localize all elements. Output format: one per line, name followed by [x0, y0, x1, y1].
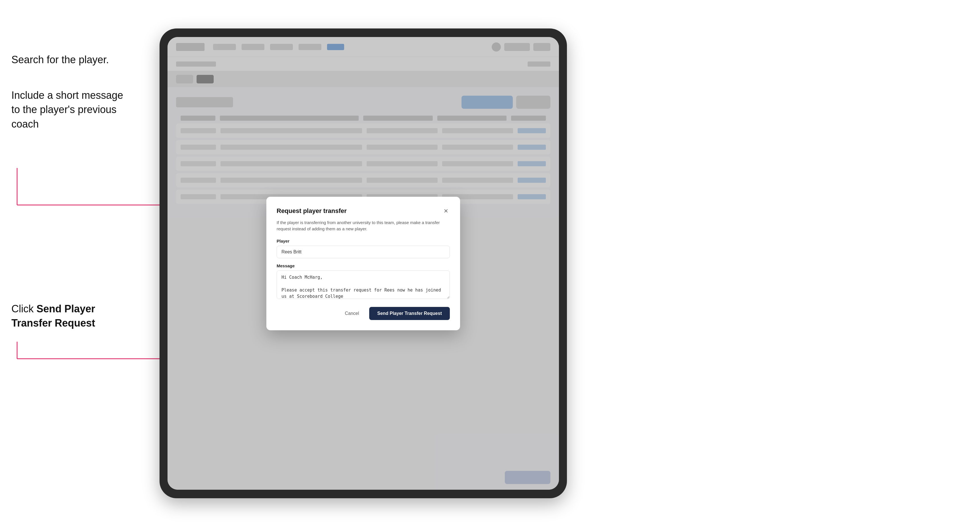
annotation-message-text: Include a short messageto the player's p…: [11, 88, 131, 131]
message-textarea[interactable]: Hi Coach McHarg, Please accept this tran…: [277, 270, 450, 299]
message-field-label: Message: [277, 264, 450, 268]
modal-header: Request player transfer ✕: [277, 207, 450, 215]
annotation-click-text: Click Send PlayerTransfer Request: [11, 302, 131, 330]
modal-close-button[interactable]: ✕: [442, 207, 450, 215]
player-input[interactable]: [277, 246, 450, 258]
annotation-search-text: Search for the player.: [11, 53, 109, 67]
modal-overlay: Request player transfer ✕ If the player …: [167, 37, 559, 490]
cancel-button[interactable]: Cancel: [339, 308, 365, 319]
modal-description: If the player is transferring from anoth…: [277, 219, 450, 232]
player-field-label: Player: [277, 238, 450, 243]
modal-footer: Cancel Send Player Transfer Request: [277, 307, 450, 320]
modal-title: Request player transfer: [277, 207, 347, 215]
tablet-device: Request player transfer ✕ If the player …: [159, 29, 567, 498]
send-transfer-request-button[interactable]: Send Player Transfer Request: [369, 307, 450, 320]
modal-dialog: Request player transfer ✕ If the player …: [266, 197, 460, 330]
